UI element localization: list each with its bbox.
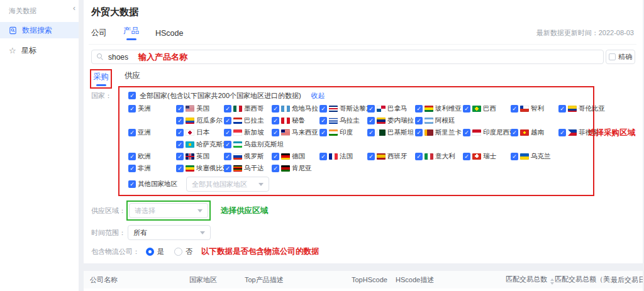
continent-checkbox-americas[interactable]: ✓美洲 xyxy=(128,104,176,113)
country-checkbox-cr[interactable]: ✓哥斯达黎加 xyxy=(319,104,367,113)
country-checkbox-bo[interactable]: ✓玻利维亚 xyxy=(415,104,463,113)
radio-yes[interactable]: 是 xyxy=(146,247,164,256)
checkbox-checked-icon: ✓ xyxy=(463,129,470,136)
country-label: 印度 xyxy=(340,128,353,137)
column-header-last_date: 最后交易日期 xyxy=(611,275,643,285)
country-checkbox-it[interactable]: ✓意大利 xyxy=(415,151,463,161)
country-checkbox-py[interactable]: ✓巴拉圭 xyxy=(224,116,272,125)
country-label: 意大利 xyxy=(435,152,455,161)
supply-region-label: 供应区域： xyxy=(91,206,126,216)
tab-supply[interactable]: 供应 xyxy=(125,69,140,81)
country-checkbox-pk[interactable]: ✓巴基斯坦 xyxy=(367,128,415,137)
country-checkbox-in[interactable]: ✓印度 xyxy=(319,128,367,137)
product-search-input[interactable]: shoes 输入产品名称 xyxy=(91,50,604,64)
select-placeholder: 全部其他国家地区 xyxy=(192,180,247,189)
country-label: 斯里兰卡 xyxy=(435,128,462,137)
country-checkbox-cl[interactable]: ✓智利 xyxy=(511,104,558,113)
column-header-match_amount[interactable]: 匹配交易总额（美元） xyxy=(555,275,611,285)
country-checkbox-ec[interactable]: ✓厄瓜多尔 xyxy=(176,116,224,125)
country-checkbox-sg[interactable]: ✓新加坡 xyxy=(224,128,272,137)
radio-no[interactable]: 否 xyxy=(174,247,192,256)
country-checkbox-br[interactable]: ✓巴西 xyxy=(463,104,511,113)
flag-kz-icon xyxy=(186,141,194,148)
country-checkbox-mx[interactable]: ✓墨西哥 xyxy=(224,104,272,113)
sort-icon[interactable] xyxy=(550,278,554,285)
country-checkbox-kz[interactable]: ✓哈萨克斯坦 xyxy=(176,140,224,149)
country-checkbox-fr[interactable]: ✓法国 xyxy=(319,151,367,161)
flag-pe-icon xyxy=(281,118,290,124)
country-checkbox-pa[interactable]: ✓巴拿马 xyxy=(367,104,415,113)
country-checkbox-es[interactable]: ✓西班牙 xyxy=(367,151,415,161)
country-checkbox-lk[interactable]: ✓斯里兰卡 xyxy=(415,128,463,137)
checkbox-checked-icon: ✓ xyxy=(511,105,518,113)
checkbox-checked-icon: ✓ xyxy=(224,117,231,124)
continent-label: 亚洲 xyxy=(138,128,151,137)
country-checkbox-pe[interactable]: ✓秘鲁 xyxy=(272,116,319,125)
tab-hscode[interactable]: HScode xyxy=(155,29,183,38)
flag-ve-icon xyxy=(377,118,386,124)
country-filter-section: 国家： ✓ 全部国家(包含以下国家共200个国家地区进口的数据) 收起 ✓美洲✓… xyxy=(89,86,636,196)
flag-pa-icon xyxy=(377,106,386,112)
country-checkbox-gb[interactable]: ✓英国 xyxy=(176,151,224,161)
country-checkbox-gt[interactable]: ✓危地马拉 xyxy=(272,104,319,113)
select-value: 所有 xyxy=(133,228,147,238)
other-countries-row: ✓ 其他国家地区 全部其他国家地区 xyxy=(128,177,593,192)
sidebar-item-data-search[interactable]: 数据搜索 xyxy=(0,22,79,38)
column-header-match_count[interactable]: 匹配交易总数 xyxy=(506,275,555,285)
flag-pk-icon xyxy=(377,129,386,136)
tab-product[interactable]: 产品 xyxy=(123,26,139,40)
sidebar-item-starred[interactable]: ☆ 星标 xyxy=(0,42,79,58)
exact-match-toggle[interactable]: 精确 xyxy=(606,50,635,64)
country-checkbox-ar[interactable]: ✓阿根廷 xyxy=(415,116,463,125)
tab-purchase[interactable]: 采购 xyxy=(93,72,109,86)
flag-ua-icon xyxy=(520,153,529,160)
continent-checkbox-africa[interactable]: ✓非洲 xyxy=(128,163,176,173)
country-label: 智利 xyxy=(531,104,544,113)
tab-company[interactable]: 公司 xyxy=(91,28,107,38)
flag-mx-icon xyxy=(233,106,242,112)
checkbox-checked-icon[interactable]: ✓ xyxy=(128,92,136,99)
sidebar-item-label: 数据搜索 xyxy=(22,25,52,36)
chevron-down-icon xyxy=(258,183,264,186)
country-checkbox-vn[interactable]: ✓越南 xyxy=(511,128,558,137)
country-checkbox-uz[interactable]: ✓乌兹别克斯坦 xyxy=(224,140,272,149)
search-annotation: 输入产品名称 xyxy=(138,52,187,63)
country-label: 日本 xyxy=(196,128,209,137)
flag-co-icon xyxy=(568,106,577,112)
country-checkbox-ve[interactable]: ✓委内瑞拉 xyxy=(367,116,415,125)
checkbox-checked-icon: ✓ xyxy=(176,141,184,148)
continent-checkbox-asia[interactable]: ✓亚洲 xyxy=(128,128,176,137)
country-checkbox-ke[interactable]: ✓肯尼亚 xyxy=(272,163,319,173)
country-checkbox-ug[interactable]: ✓乌干达 xyxy=(224,163,272,173)
all-countries-row: ✓ 全部国家(包含以下国家共200个国家地区进口的数据) 收起 xyxy=(128,90,593,101)
country-checkbox-ua[interactable]: ✓乌克兰 xyxy=(511,151,558,161)
country-label: 巴拉圭 xyxy=(244,116,264,125)
other-countries-checkbox[interactable]: ✓ 其他国家地区 xyxy=(128,180,177,189)
time-range-select[interactable]: 所有 xyxy=(128,225,211,240)
country-label: 俄罗斯 xyxy=(244,152,264,161)
continent-checkbox-europe[interactable]: ✓欧洲 xyxy=(128,151,176,161)
country-checkbox-id[interactable]: ✓印度尼西亚 xyxy=(463,128,511,137)
country-checkbox-us[interactable]: ✓美国 xyxy=(176,104,224,113)
country-checkbox-uy[interactable]: ✓乌拉圭 xyxy=(319,116,367,125)
country-checkbox-et[interactable]: ✓埃塞俄比亚 xyxy=(176,163,224,173)
other-countries-select[interactable]: 全部其他国家地区 xyxy=(186,177,269,192)
country-checkbox-co[interactable]: ✓哥伦比亚 xyxy=(558,104,606,113)
country-checkbox-ch[interactable]: ✓瑞士 xyxy=(463,151,511,161)
country-label: 危地马拉 xyxy=(292,104,318,113)
supply-region-select[interactable]: 请选择 xyxy=(129,203,208,218)
flag-in-icon xyxy=(329,129,338,136)
country-checkbox-jp[interactable]: ✓日本 xyxy=(176,128,224,137)
checkbox-checked-icon: ✓ xyxy=(128,129,136,136)
continent-label: 欧洲 xyxy=(138,152,151,161)
collapse-link[interactable]: 收起 xyxy=(311,91,325,101)
country-checkbox-de[interactable]: ✓德国 xyxy=(272,151,319,161)
annotation-box-supply-region: 请选择 xyxy=(126,200,211,221)
country-checkbox-my[interactable]: ✓马来西亚 xyxy=(272,128,319,137)
flag-gb-icon xyxy=(186,153,194,160)
supply-region-annotation: 选择供应区域 xyxy=(221,206,268,216)
results-table: 公司名称国家地区Top产品描述TopHScodeHScode描述匹配交易总数匹配… xyxy=(84,271,643,291)
country-checkbox-ru[interactable]: ✓俄罗斯 xyxy=(224,151,272,161)
checkbox-checked-icon: ✓ xyxy=(415,129,423,136)
sidebar-collapse-icon[interactable]: ‹ xyxy=(73,4,75,13)
